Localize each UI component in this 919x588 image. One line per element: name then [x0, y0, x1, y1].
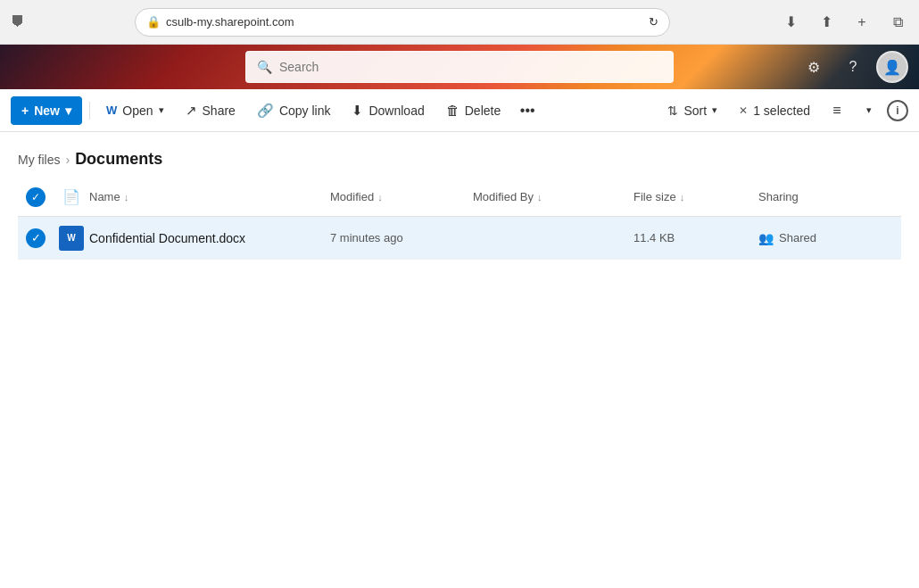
trash-icon: 🗑 — [446, 103, 460, 118]
browser-tabs-btn[interactable]: ⧉ — [885, 10, 910, 35]
share-label: Share — [203, 104, 236, 118]
browser-share-btn[interactable]: ⬆ — [814, 10, 839, 35]
col-modified-by-sort-icon: ↓ — [537, 192, 542, 203]
new-plus-icon: + — [21, 104, 29, 118]
word-icon-small: W — [106, 104, 117, 117]
reload-icon[interactable]: ↻ — [649, 15, 658, 29]
row-checkbox[interactable]: ✓ — [26, 228, 46, 248]
deselect-icon: ✕ — [739, 104, 748, 117]
table-row[interactable]: ✓ W Confidential Document.docx ↗ ⋮ 7 min… — [18, 217, 901, 260]
open-label: Open — [122, 104, 153, 118]
file-icon: W — [54, 226, 89, 251]
sort-dropdown-icon: ▾ — [712, 104, 717, 116]
address-bar[interactable]: 🔒 csulb-my.sharepoint.com ↻ — [135, 8, 670, 37]
col-header-file-size[interactable]: File size ↓ — [633, 190, 758, 203]
breadcrumb-current: Documents — [75, 150, 162, 169]
share-button[interactable]: ↗ Share — [177, 96, 244, 125]
main-content: My files › Documents ✓ 📄 Name ↓ Modified… — [0, 132, 919, 260]
info-icon: i — [896, 104, 898, 117]
download-icon: ⬇ — [352, 103, 363, 119]
selected-indicator[interactable]: ✕ 1 selected — [730, 96, 819, 125]
lock-icon: 🔒 — [146, 15, 161, 29]
word-file-icon: W — [59, 226, 84, 251]
view-dropdown-icon: ▾ — [866, 104, 872, 116]
new-button[interactable]: + New ▾ — [11, 96, 82, 125]
col-header-modified-by[interactable]: Modified By ↓ — [473, 190, 633, 203]
share-icon: ↗ — [186, 103, 197, 119]
settings-button[interactable]: ⚙ — [798, 51, 830, 83]
col-name-label: Name — [89, 190, 120, 203]
select-all-checkbox[interactable]: ✓ — [26, 187, 46, 207]
copy-link-label: Copy link — [279, 104, 331, 118]
breadcrumb-parent[interactable]: My files — [18, 153, 60, 167]
browser-actions: ⬇ ⬆ + ⧉ — [778, 10, 910, 35]
toolbar-divider-1 — [89, 102, 90, 120]
col-modified-label: Modified — [330, 190, 374, 203]
file-share-btn[interactable]: ↗ — [253, 226, 277, 251]
link-icon: 🔗 — [257, 103, 274, 119]
sp-header: 🔍 ⚙ ? 👤 — [0, 45, 919, 89]
shield-icon: ⛊ — [9, 13, 27, 31]
col-sharing-label: Sharing — [758, 190, 799, 203]
delete-button[interactable]: 🗑 Delete — [437, 96, 509, 125]
col-header-name[interactable]: Name ↓ — [89, 190, 330, 203]
shared-icon: 👥 — [758, 231, 774, 245]
browser-download-btn[interactable]: ⬇ — [778, 10, 803, 35]
info-button[interactable]: i — [887, 100, 908, 121]
more-icon: ••• — [520, 103, 535, 119]
file-sharing: 👥 Shared — [758, 231, 901, 245]
new-label: New — [34, 104, 60, 118]
url-text: csulb-my.sharepoint.com — [166, 15, 294, 29]
more-button[interactable]: ••• — [513, 96, 542, 125]
selected-count: 1 selected — [753, 104, 810, 118]
file-list-header: ✓ 📄 Name ↓ Modified ↓ Modified By ↓ File… — [18, 178, 901, 217]
copy-link-button[interactable]: 🔗 Copy link — [248, 96, 340, 125]
open-button[interactable]: W Open ▾ — [97, 96, 173, 125]
open-dropdown-icon: ▾ — [159, 104, 164, 116]
delete-label: Delete — [465, 104, 501, 118]
file-more-btn[interactable]: ⋮ — [281, 226, 306, 251]
help-button[interactable]: ? — [837, 51, 869, 83]
browser-chrome: ⛊ 🔒 csulb-my.sharepoint.com ↻ ⬇ ⬆ + ⧉ — [0, 0, 919, 45]
sort-label: Sort — [683, 104, 707, 118]
download-button[interactable]: ⬇ Download — [343, 96, 433, 125]
file-list: ✓ 📄 Name ↓ Modified ↓ Modified By ↓ File… — [0, 178, 919, 260]
download-label: Download — [368, 104, 424, 118]
view-list-icon: ≡ — [832, 103, 840, 119]
file-modified: 7 minutes ago — [330, 231, 473, 244]
search-bar[interactable]: 🔍 — [245, 51, 674, 83]
col-file-size-sort-icon: ↓ — [680, 192, 685, 203]
col-modified-by-label: Modified By — [473, 190, 534, 203]
file-name-cell: Confidential Document.docx ↗ ⋮ — [89, 226, 330, 251]
sharing-status: Shared — [779, 231, 816, 244]
col-header-sharing: Sharing — [758, 190, 901, 203]
col-modified-sort-icon: ↓ — [377, 192, 383, 203]
view-dropdown-button[interactable]: ▾ — [855, 96, 883, 125]
breadcrumb: My files › Documents — [0, 132, 919, 178]
search-icon: 🔍 — [257, 60, 272, 74]
sort-icon: ⇅ — [667, 104, 678, 118]
new-dropdown-icon: ▾ — [65, 104, 71, 118]
search-input[interactable] — [279, 60, 662, 74]
file-size: 11.4 KB — [633, 231, 758, 244]
file-name[interactable]: Confidential Document.docx — [89, 231, 245, 245]
avatar[interactable]: 👤 — [876, 51, 908, 83]
toolbar-right: ⇅ Sort ▾ ✕ 1 selected ≡ ▾ i — [658, 96, 908, 125]
sort-button[interactable]: ⇅ Sort ▾ — [658, 96, 726, 125]
col-name-sort-icon: ↓ — [124, 192, 129, 203]
header-right-actions: ⚙ ? 👤 — [798, 51, 908, 83]
col-file-size-label: File size — [633, 190, 676, 203]
breadcrumb-separator: › — [65, 153, 70, 167]
toolbar: + New ▾ W Open ▾ ↗ Share 🔗 Copy link ⬇ D… — [0, 89, 919, 132]
view-toggle-button[interactable]: ≡ — [823, 96, 851, 125]
file-type-header-icon: 📄 — [54, 188, 89, 205]
browser-new-tab-btn[interactable]: + — [849, 10, 874, 35]
col-header-modified[interactable]: Modified ↓ — [330, 190, 473, 203]
